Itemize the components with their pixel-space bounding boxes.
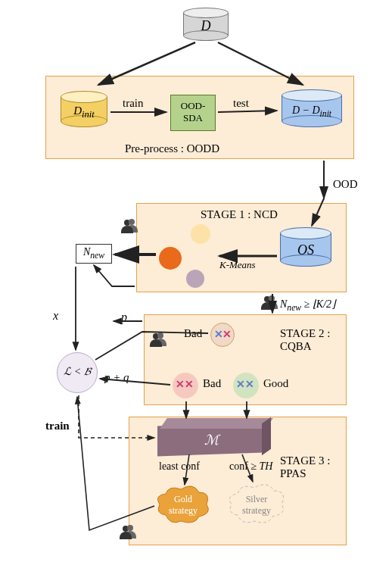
model-M-side <box>262 417 271 455</box>
db-D-label: D <box>183 18 229 34</box>
silver-label: Silver strategy <box>227 494 286 517</box>
budget-node: ℒ < 𝓑 <box>57 352 98 393</box>
good-label: Good <box>263 377 288 390</box>
cluster-ball-1 <box>191 224 210 244</box>
user-icon <box>150 333 166 347</box>
ood-sda-box: OOD- SDA <box>170 95 216 131</box>
db-OS-label: OS <box>280 242 331 258</box>
user-icon <box>261 296 278 310</box>
cluster-ball-2 <box>159 247 182 270</box>
train-label: train <box>123 97 144 110</box>
pq-label: p + q <box>104 371 129 384</box>
bad-label-2: Bad <box>203 377 221 390</box>
db-OS: OS <box>280 227 331 267</box>
stage3-title: STAGE 3 : PPAS <box>280 454 330 480</box>
conf-th-label: conf ≥ TH <box>229 461 272 473</box>
model-M-top <box>160 418 273 429</box>
user-icon <box>120 526 136 539</box>
cluster-ball-3 <box>186 270 204 288</box>
p-label: p <box>121 311 127 324</box>
db-DDinit-label: D − Dinit <box>282 105 342 119</box>
good-ball: ✕ ✕ <box>233 373 259 398</box>
db-Dinit-label: Dinit <box>61 105 107 120</box>
model-M-label: ℳ <box>204 432 219 448</box>
preprocess-label: Pre-process : OODD <box>125 142 219 155</box>
bad-label-1: Bad <box>184 327 202 340</box>
silver-cloud: Silver strategy <box>227 483 286 524</box>
stage2-title: STAGE 2 : CQBA <box>280 327 330 353</box>
cond-label: Nnew ≥ ⌊K/2⌋ <box>280 298 335 313</box>
ood-label: OOD <box>333 178 358 191</box>
db-DDinit: D − Dinit <box>282 89 342 127</box>
bad-ball-2: ✕ ✕ <box>173 373 198 398</box>
bad-ball-1: ✕ ✕ <box>210 323 235 347</box>
nnew-box: Nnew <box>76 244 112 264</box>
train-edge-label: train <box>45 420 70 432</box>
gold-cloud: Gold strategy <box>155 485 211 524</box>
test-label: test <box>233 97 249 110</box>
kmeans-label: K-Means <box>219 259 256 271</box>
db-D: D <box>183 8 229 41</box>
least-conf-label: least conf <box>159 461 200 473</box>
stage1-title: STAGE 1 : NCD <box>201 208 278 221</box>
x-label: x <box>53 309 58 323</box>
db-Dinit: Dinit <box>61 91 107 127</box>
user-icon <box>121 220 138 233</box>
gold-label: Gold strategy <box>155 494 211 517</box>
